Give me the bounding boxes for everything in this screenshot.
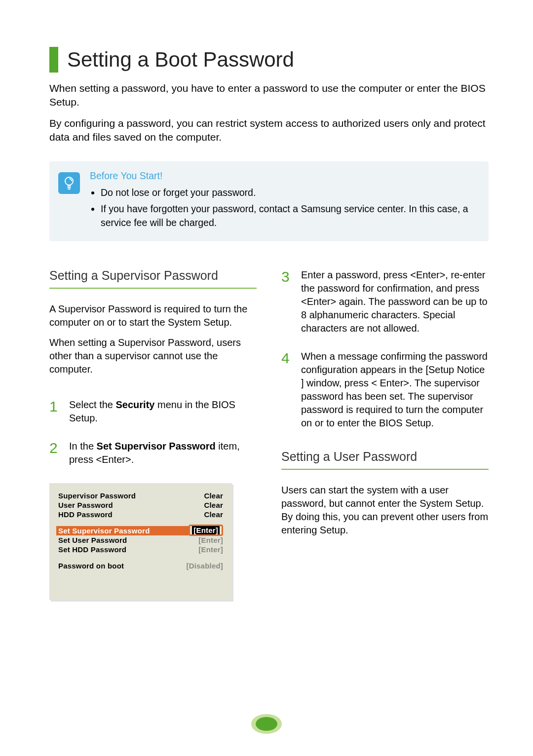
bios-value: [Disabled] bbox=[186, 562, 223, 570]
step-text: When a message confirming the password c… bbox=[301, 350, 489, 430]
bios-row: HDD Password Clear bbox=[58, 510, 223, 519]
text-bold: Security bbox=[116, 399, 155, 410]
bios-row: User Password Clear bbox=[58, 500, 223, 510]
step-text: Enter a password, press <Enter>, re-ente… bbox=[301, 268, 489, 335]
left-column: Setting a Supervisor Password A Supervis… bbox=[49, 268, 257, 600]
step-number: 3 bbox=[281, 268, 301, 284]
bios-value: Clear bbox=[204, 510, 223, 519]
document-page: Setting a Boot Password When setting a p… bbox=[0, 0, 533, 600]
bios-value: Clear bbox=[204, 501, 223, 509]
page-number-badge: 66 bbox=[0, 714, 533, 736]
supervisor-paragraph: When setting a Supervisor Password, user… bbox=[49, 336, 257, 376]
bios-screenshot: Supervisor Password Clear User Password … bbox=[49, 483, 232, 600]
page-number: 66 bbox=[261, 732, 271, 743]
title-accent-bar bbox=[49, 47, 58, 73]
step-number: 4 bbox=[281, 350, 301, 366]
tip-list: Do not lose or forget your password. If … bbox=[90, 186, 480, 229]
bios-row: Set HDD Password [Enter] bbox=[58, 545, 223, 554]
user-heading: Setting a User Password bbox=[281, 450, 489, 470]
bios-value: [Enter] bbox=[198, 536, 223, 544]
bios-label: User Password bbox=[58, 501, 113, 509]
page-title: Setting a Boot Password bbox=[67, 48, 294, 72]
step-4: 4 When a message confirming the password… bbox=[281, 350, 489, 430]
bios-value: [Enter] bbox=[198, 545, 223, 554]
text: Select the bbox=[69, 399, 116, 410]
step-text: In the Set Supervisor Password item, pre… bbox=[69, 440, 257, 466]
svg-point-2 bbox=[256, 717, 277, 731]
step-number: 1 bbox=[49, 398, 69, 414]
page-number-shape-icon bbox=[251, 714, 282, 734]
bios-value-highlighted: [Enter] bbox=[189, 527, 223, 535]
bios-label: Supervisor Password bbox=[58, 491, 136, 500]
bios-label: Password on boot bbox=[58, 562, 124, 570]
step-text: Select the Security menu in the BIOS Set… bbox=[69, 398, 257, 425]
text: In the bbox=[69, 441, 97, 452]
content-columns: Setting a Supervisor Password A Supervis… bbox=[49, 268, 489, 600]
step-3: 3 Enter a password, press <Enter>, re-en… bbox=[281, 268, 489, 335]
step-number: 2 bbox=[49, 440, 69, 455]
intro-paragraph: By configuring a password, you can restr… bbox=[49, 116, 489, 145]
user-paragraph: Users can start the system with a user p… bbox=[281, 484, 489, 537]
bios-row: Supervisor Password Clear bbox=[58, 491, 223, 500]
text-bold: Set Supervisor Password bbox=[97, 441, 216, 452]
bios-label: Set User Password bbox=[58, 536, 127, 544]
bios-label: Set Supervisor Password bbox=[58, 527, 150, 535]
tip-item: Do not lose or forget your password. bbox=[101, 186, 480, 199]
intro-block: When setting a password, you have to ent… bbox=[49, 81, 489, 144]
tip-box: Before You Start! Do not lose or forget … bbox=[49, 161, 489, 241]
bios-row-highlighted: Set Supervisor Password [Enter] bbox=[58, 526, 223, 535]
tip-item: If you have forgotten your password, con… bbox=[101, 202, 480, 230]
bios-value: Clear bbox=[204, 491, 223, 500]
bios-label: Set HDD Password bbox=[58, 545, 126, 554]
step-2: 2 In the Set Supervisor Password item, p… bbox=[49, 440, 257, 466]
lightbulb-icon bbox=[58, 172, 80, 194]
bios-row: Password on boot [Disabled] bbox=[58, 561, 223, 570]
intro-paragraph: When setting a password, you have to ent… bbox=[49, 81, 489, 110]
right-column: 3 Enter a password, press <Enter>, re-en… bbox=[281, 268, 489, 600]
bios-row: Set User Password [Enter] bbox=[58, 535, 223, 545]
page-title-row: Setting a Boot Password bbox=[49, 47, 489, 73]
step-1: 1 Select the Security menu in the BIOS S… bbox=[49, 398, 257, 425]
supervisor-paragraph: A Supervisor Password is required to tur… bbox=[49, 302, 257, 329]
bios-label: HDD Password bbox=[58, 510, 113, 519]
supervisor-heading: Setting a Supervisor Password bbox=[49, 268, 257, 289]
tip-content: Before You Start! Do not lose or forget … bbox=[90, 170, 480, 231]
tip-heading: Before You Start! bbox=[90, 170, 480, 182]
